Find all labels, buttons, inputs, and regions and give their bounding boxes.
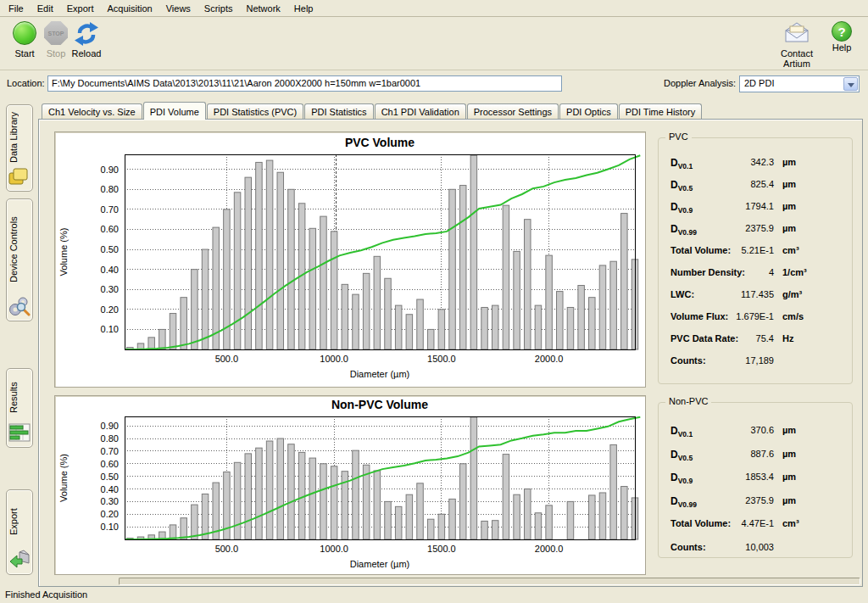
menu-item-file[interactable]: File — [2, 1, 31, 16]
svg-text:0.10: 0.10 — [101, 522, 119, 532]
tab-pdi-optics[interactable]: PDI Optics — [559, 103, 618, 119]
svg-text:0.60: 0.60 — [101, 459, 119, 469]
tab-pdi-time-history[interactable]: PDI Time History — [619, 103, 703, 119]
stat-unit: Hz — [782, 333, 793, 343]
tab-pdi-volume[interactable]: PDI Volume — [143, 102, 206, 120]
stat-unit: cm³ — [782, 245, 799, 255]
non-pvc-volume-chart: Non-PVC Volume0.100.200.300.400.500.600.… — [55, 396, 647, 576]
data-library-icon — [8, 165, 31, 187]
stat-unit: µm — [782, 157, 796, 167]
svg-text:0.20: 0.20 — [101, 509, 119, 519]
stat-row-total-volume-: Total Volume:4.47E-1cm³ — [659, 518, 852, 533]
svg-text:0.90: 0.90 — [101, 421, 119, 431]
help-button-label: Help — [817, 42, 866, 53]
svg-text:Diameter (µm): Diameter (µm) — [350, 369, 410, 379]
reload-button[interactable]: Reload — [62, 18, 111, 59]
stat-value: 10,003 — [684, 542, 774, 552]
stat-value: 4.47E-1 — [684, 518, 774, 528]
doppler-analysis-label: Doppler Analysis: — [664, 78, 736, 88]
stat-value: 17,189 — [684, 355, 774, 366]
menu-item-scripts[interactable]: Scripts — [198, 1, 240, 16]
stat-row-dv0.1: DV0.1342.3µm — [659, 157, 852, 172]
menu-item-export[interactable]: Export — [60, 1, 101, 16]
location-input[interactable]: F:\My Documents\AIMS Data\2013\2013\11\2… — [47, 75, 562, 92]
status-bar: Finished Acquisition — [0, 588, 868, 603]
non-pvc-stats-groupbox: Non-PVC DV0.1370.6µmDV0.5887.6µmDV0.9185… — [658, 402, 853, 558]
chevron-down-icon[interactable] — [843, 77, 858, 91]
svg-text:1500.0: 1500.0 — [427, 354, 456, 364]
menu-item-views[interactable]: Views — [159, 1, 198, 16]
stat-unit: cm³ — [782, 518, 799, 528]
svg-text:0.10: 0.10 — [101, 324, 119, 334]
stat-value: 75.4 — [684, 333, 774, 343]
stat-unit: µm — [782, 425, 796, 435]
svg-text:PVC Volume: PVC Volume — [345, 136, 415, 149]
tab-processor-settings[interactable]: Processor Settings — [467, 103, 559, 119]
tab-pdi-statistics-pvc-[interactable]: PDI Statistics (PVC) — [207, 103, 303, 119]
pvc-volume-chart: PVC Volume0.100.200.300.400.500.600.700.… — [55, 132, 647, 388]
envelope-icon — [782, 21, 811, 47]
stat-row-volume-flux-: Volume Flux:1.679E-1cm/s — [659, 311, 852, 327]
stat-value: 1.679E-1 — [684, 311, 774, 321]
svg-text:Non-PVC Volume: Non-PVC Volume — [331, 398, 428, 411]
tab-bar: Ch1 Velocity vs. SizePDI VolumePDI Stati… — [42, 102, 703, 120]
svg-text:Volume (%): Volume (%) — [58, 454, 69, 502]
stat-value: 825.4 — [684, 179, 774, 189]
stat-row-number-density-: Number Density:41/cm³ — [659, 267, 852, 282]
stat-row-counts-: Counts:10,003 — [659, 542, 852, 557]
menu-item-edit[interactable]: Edit — [31, 1, 60, 16]
stat-row-dv0.5: DV0.5887.6µm — [659, 449, 852, 464]
svg-text:0.20: 0.20 — [101, 304, 119, 315]
sidebar-item-export[interactable]: Export — [6, 489, 33, 575]
doppler-analysis-select[interactable]: 2D PDI — [739, 75, 860, 92]
svg-text:1000.0: 1000.0 — [320, 354, 348, 364]
stat-unit: µm — [782, 223, 796, 233]
reload-icon — [74, 21, 99, 47]
reload-button-label: Reload — [62, 48, 111, 59]
menu-item-network[interactable]: Network — [239, 1, 287, 16]
stat-row-dv0.9: DV0.91794.1µm — [659, 201, 852, 216]
sidebar-item-label: Device Controls — [8, 206, 34, 293]
svg-text:500.0: 500.0 — [215, 354, 239, 364]
stat-row-dv0.9: DV0.91853.4µm — [659, 472, 852, 487]
menu-item-acquisition[interactable]: Acquisition — [101, 1, 159, 16]
svg-text:0.80: 0.80 — [101, 184, 119, 194]
help-button[interactable]: ? Help — [817, 18, 866, 53]
stat-value: 5.21E-1 — [684, 245, 774, 255]
pvc-stats-groupbox: PVC DV0.1342.3µmDV0.5825.4µmDV0.91794.1µ… — [658, 137, 853, 384]
sidebar-item-data-library[interactable]: Data Library — [6, 104, 33, 192]
svg-text:Volume (%): Volume (%) — [58, 228, 69, 276]
sidebar: Data LibraryDevice ControlsResultsExport — [0, 97, 38, 589]
pvc-volume-chart-panel: PVC Volume0.100.200.300.400.500.600.700.… — [54, 131, 646, 388]
svg-text:1000.0: 1000.0 — [320, 544, 348, 554]
location-label: Location: — [7, 78, 45, 88]
stat-unit: µm — [782, 179, 796, 189]
sidebar-item-results[interactable]: Results — [6, 368, 33, 448]
svg-text:2000.0: 2000.0 — [535, 544, 564, 554]
non-pvc-volume-chart-panel: Non-PVC Volume0.100.200.300.400.500.600.… — [54, 395, 646, 575]
stat-value: 1794.1 — [684, 201, 774, 211]
svg-text:0.70: 0.70 — [101, 204, 119, 215]
stat-unit: µm — [782, 201, 796, 211]
location-row: Location: F:\My Documents\AIMS Data\2013… — [0, 70, 868, 95]
stat-row-counts-: Counts:17,189 — [659, 355, 852, 371]
stat-value: 887.6 — [684, 449, 774, 459]
stat-row-dv0.1: DV0.1370.6µm — [659, 425, 852, 440]
device-controls-icon — [8, 295, 31, 317]
svg-text:0.40: 0.40 — [101, 484, 119, 494]
status-text: Finished Acquisition — [5, 589, 87, 600]
menu-item-help[interactable]: Help — [287, 1, 320, 16]
tab-pdi-statistics[interactable]: PDI Statistics — [304, 103, 373, 119]
stat-row-dv0.99: DV0.992375.9µm — [659, 495, 852, 511]
stat-unit: g/m³ — [782, 289, 802, 299]
sidebar-item-device-controls[interactable]: Device Controls — [6, 198, 33, 321]
stat-unit: cm/s — [782, 311, 804, 321]
stat-unit: 1/cm³ — [782, 267, 807, 277]
stat-row-dv0.5: DV0.5825.4µm — [659, 179, 852, 194]
aims-application-window: { "menu": { "items": ["File", "Edit", "E… — [0, 0, 868, 603]
stat-value: 2375.9 — [684, 223, 774, 233]
tab-ch1-velocity-vs-size[interactable]: Ch1 Velocity vs. Size — [42, 103, 142, 119]
stat-unit: µm — [782, 472, 796, 482]
tab-ch1-pdi-validation[interactable]: Ch1 PDI Validation — [375, 103, 466, 119]
svg-text:Diameter (µm): Diameter (µm) — [350, 559, 410, 569]
